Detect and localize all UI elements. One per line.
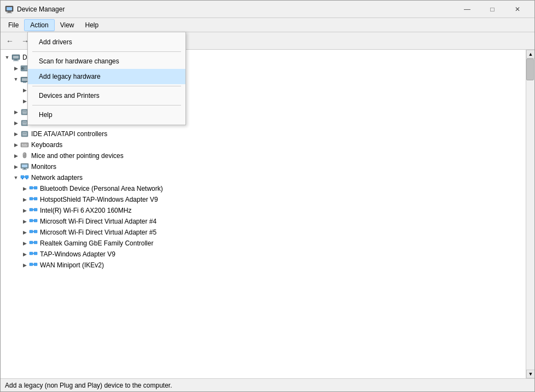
svg-rect-62 xyxy=(34,219,37,222)
mice-label: Mice and other pointing devices xyxy=(31,152,124,160)
svg-rect-39 xyxy=(22,145,27,147)
menu-scan-hardware[interactable]: Scan for hardware changes xyxy=(28,54,185,69)
svg-rect-36 xyxy=(24,144,25,145)
intel-wifi-label: Intel(R) Wi-Fi 6 AX200 160MHz xyxy=(40,207,131,214)
realtek-icon xyxy=(29,239,38,248)
minimize-button[interactable]: — xyxy=(455,1,480,18)
maximize-button[interactable]: □ xyxy=(480,1,505,18)
mice-icon xyxy=(20,151,29,160)
ide-label: IDE ATA/ATAPI controllers xyxy=(31,130,107,138)
statusbar: Add a legacy (non Plug and Play) device … xyxy=(1,378,534,391)
expand-arrow[interactable]: ▶ xyxy=(20,239,29,248)
svg-rect-55 xyxy=(30,197,33,200)
svg-point-10 xyxy=(22,68,23,69)
bluetooth-icon xyxy=(29,184,38,193)
svg-rect-67 xyxy=(30,241,33,244)
tree-item[interactable]: ▶ Intel(R) Wi-Fi 6 AX200 160MHz xyxy=(1,205,526,216)
expand-arrow[interactable]: ▶ xyxy=(20,228,29,237)
keyboards-icon xyxy=(20,141,29,149)
tap-label: TAP-Windows Adapter V9 xyxy=(40,250,115,258)
root-expand-arrow[interactable]: ▼ xyxy=(3,53,11,62)
menu-file[interactable]: File xyxy=(3,20,24,31)
scroll-thumb[interactable] xyxy=(526,58,534,80)
svg-rect-71 xyxy=(34,252,37,255)
svg-rect-56 xyxy=(34,197,37,200)
svg-rect-16 xyxy=(23,82,26,83)
expand-arrow[interactable]: ▶ xyxy=(11,162,20,171)
menu-devices-printers[interactable]: Devices and Printers xyxy=(28,88,185,103)
tree-item[interactable]: ▶ Microsoft Wi-Fi Direct Virtual Adapter… xyxy=(1,216,526,227)
expand-arrow[interactable]: ▶ xyxy=(11,64,20,73)
menu-help[interactable]: Help xyxy=(80,20,104,31)
menu-add-legacy[interactable]: Add legacy hardware xyxy=(28,69,185,84)
ide-icon xyxy=(20,130,29,138)
menu-action[interactable]: Action xyxy=(24,19,54,31)
menu-separator xyxy=(32,105,181,106)
expand-arrow[interactable]: ▼ xyxy=(11,173,20,182)
svg-rect-1 xyxy=(7,7,12,10)
ms-wifi4-icon xyxy=(29,217,38,226)
expand-arrow[interactable]: ▶ xyxy=(20,184,29,193)
tree-item[interactable]: ▶ WAN Miniport (IKEv2) xyxy=(1,260,526,271)
svg-rect-74 xyxy=(34,263,37,266)
close-button[interactable]: ✕ xyxy=(505,1,530,18)
expand-arrow[interactable]: ▶ xyxy=(11,151,20,160)
scroll-up-button[interactable]: ▲ xyxy=(526,50,534,58)
intel-wifi-icon xyxy=(29,206,38,215)
svg-rect-30 xyxy=(23,122,26,123)
expand-arrow[interactable]: ▶ xyxy=(11,108,20,116)
svg-rect-33 xyxy=(23,133,26,134)
menu-add-drivers[interactable]: Add drivers xyxy=(28,34,185,50)
monitors-label: Monitors xyxy=(31,163,56,171)
wan-icon xyxy=(29,261,38,270)
tree-item[interactable]: ▶ TAP-Windows Adapter V9 xyxy=(1,249,526,260)
tree-item[interactable]: ▶ IDE ATA/ATAPI controllers xyxy=(1,128,526,139)
menu-help-item[interactable]: Help xyxy=(28,107,185,122)
expand-arrow[interactable]: ▶ xyxy=(20,195,29,204)
expand-arrow[interactable]: ▶ xyxy=(20,250,29,259)
svg-rect-3 xyxy=(7,13,12,13)
expand-arrow[interactable]: ▶ xyxy=(20,206,29,215)
tree-item[interactable]: ▶ Bluetooth Device (Personal Area Networ… xyxy=(1,183,526,194)
scroll-track[interactable] xyxy=(526,58,534,370)
svg-rect-45 xyxy=(24,168,26,169)
tree-item[interactable]: ▶ Microsoft Wi-Fi Direct Virtual Adapter… xyxy=(1,227,526,238)
svg-rect-61 xyxy=(30,219,33,222)
tap-icon xyxy=(29,250,38,259)
svg-rect-65 xyxy=(34,230,37,233)
tree-item[interactable]: ▶ Keyboards xyxy=(1,139,526,150)
back-button[interactable]: ← xyxy=(3,34,17,48)
ms-wifi4-label: Microsoft Wi-Fi Direct Virtual Adapter #… xyxy=(40,218,156,225)
hotspot-label: HotspotShield TAP-Windows Adapter V9 xyxy=(40,196,158,203)
svg-rect-2 xyxy=(8,11,11,13)
svg-rect-35 xyxy=(22,144,23,145)
svg-rect-5 xyxy=(13,56,19,58)
svg-rect-64 xyxy=(30,230,33,233)
scrollbar[interactable]: ▲ ▼ xyxy=(526,50,534,378)
tree-item[interactable]: ▶ Mice and other pointing devices xyxy=(1,150,526,161)
svg-rect-38 xyxy=(27,144,27,145)
svg-rect-51 xyxy=(26,178,27,179)
svg-rect-47 xyxy=(21,175,24,178)
tree-item[interactable]: ▶ HotspotShield TAP-Windows Adapter V9 xyxy=(1,194,526,205)
expand-arrow[interactable]: ▶ xyxy=(11,119,20,127)
hotspot-icon xyxy=(29,195,38,204)
tree-item[interactable]: ▶ Monitors xyxy=(1,161,526,172)
svg-rect-6 xyxy=(14,60,18,61)
expand-arrow[interactable]: ▶ xyxy=(20,217,29,226)
svg-rect-52 xyxy=(30,186,33,189)
svg-rect-37 xyxy=(25,144,26,145)
menu-view[interactable]: View xyxy=(55,20,80,31)
expand-arrow[interactable]: ▶ xyxy=(11,130,20,138)
keyboards-label: Keyboards xyxy=(31,141,62,149)
tree-item[interactable]: ▼ Network adapters xyxy=(1,172,526,183)
titlebar: Device Manager — □ ✕ xyxy=(1,1,534,18)
tree-item[interactable]: ▶ Realtek Gaming GbE Family Controller xyxy=(1,238,526,249)
root-icon xyxy=(11,53,20,62)
expand-arrow[interactable]: ▶ xyxy=(11,141,20,149)
ms-wifi5-label: Microsoft Wi-Fi Direct Virtual Adapter #… xyxy=(40,229,156,236)
svg-rect-48 xyxy=(25,175,28,178)
expand-arrow[interactable]: ▼ xyxy=(11,75,20,84)
scroll-down-button[interactable]: ▼ xyxy=(526,370,534,378)
expand-arrow[interactable]: ▶ xyxy=(20,261,29,270)
